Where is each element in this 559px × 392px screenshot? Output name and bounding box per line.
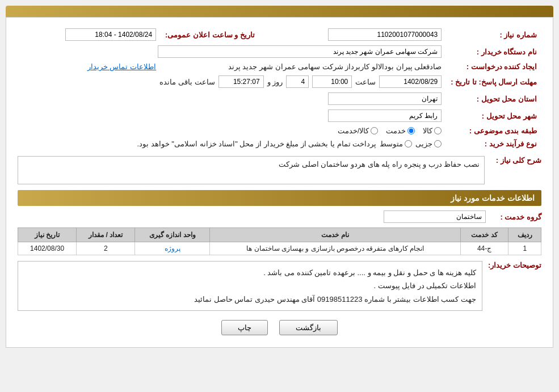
mohlat-row: ساعت روز و ساعت باقی مانده <box>18 73 446 90</box>
btn-back[interactable]: بازگشت <box>279 320 338 335</box>
noeFarayand-row: جزیی متوسط پرداخت تمام یا بخشی از مبلغ خ… <box>18 137 446 150</box>
mohlat-saat-input[interactable] <box>312 75 352 88</box>
contactLink-cell: اطلاعات تماس خریدار <box>18 60 161 73</box>
sharhKolli-row: شرح کلی نیاز : نصب حفاظ درب و پنجره راه … <box>18 156 541 184</box>
cell-tarikheNiaz: 1402/08/30 <box>18 242 77 255</box>
shomareNiaz-label: شماره نیاز : <box>446 26 541 43</box>
radio-kala-item: کالا <box>423 127 442 135</box>
noeFarayand-label: نوع فرآیند خرید : <box>446 137 541 150</box>
tarikheAelan-label: تاریخ و ساعت اعلان عمومی: <box>161 26 259 43</box>
shahr-input[interactable] <box>328 109 442 122</box>
ijadKonande-text: صادقعلی پیران بودالالو کاربرداز شرکت سها… <box>228 62 442 71</box>
namDastgah-input[interactable] <box>158 45 442 58</box>
tosaif-box: کلیه هزینه ها ی حمل و نقل و بیمه و .... … <box>18 261 482 311</box>
tarifeBandi-radios: کالا خدمت کالا/خدمت <box>18 124 446 137</box>
ostan-label: استان محل تحویل : <box>446 90 541 107</box>
tosaif-text: کلیه هزینه ها ی حمل و نقل و بیمه و .... … <box>194 268 476 304</box>
mohlat-time-input[interactable] <box>218 75 264 88</box>
page-header <box>6 6 553 17</box>
main-card: شماره نیاز : تاریخ و ساعت اعلان عمومی: ن… <box>6 17 553 348</box>
tarikheAelan-value <box>18 26 161 43</box>
ijadKonande-value: صادقعلی پیران بودالالو کاربرداز شرکت سها… <box>161 60 446 73</box>
tosaif-row: توصیحات خریدار: کلیه هزینه ها ی حمل و نق… <box>18 261 541 311</box>
btn-row: بازگشت چاپ <box>18 320 541 335</box>
shomareNiaz-value <box>271 26 446 43</box>
remaining-label: ساعت باقی مانده <box>159 78 215 86</box>
shomareNiaz-input[interactable] <box>328 28 442 41</box>
radio-motevaset-item: متوسط <box>380 140 412 148</box>
radio-kala-label: کالا <box>423 127 432 135</box>
sharhKolli-text: نصب حفاظ درب و پنجره راه پله های هردو سا… <box>279 160 480 168</box>
contact-link[interactable]: اطلاعات تماس خریدار <box>87 62 156 71</box>
col-namKhadamat: نام خدمت <box>210 228 460 242</box>
radio-jazii-label: جزیی <box>415 140 432 148</box>
tarikheAelan-input[interactable] <box>65 28 156 41</box>
radio-kala-khedmat-item: کالا/خدمت <box>338 127 379 135</box>
cell-radif: 1 <box>508 242 541 255</box>
radio-jazii-item: جزیی <box>415 140 442 148</box>
mohlat-date-input[interactable] <box>379 75 442 88</box>
grohKhadamat-row: گروه خدمت : <box>18 210 541 223</box>
cell-kodKhadamat: ج-44 <box>460 242 508 255</box>
radio-kala-khedmat[interactable] <box>371 127 378 134</box>
radio-kala-khedmat-label: کالا/خدمت <box>338 127 369 135</box>
radio-motevaset[interactable] <box>405 140 412 147</box>
radio-khedmat-item: خدمت <box>386 127 415 135</box>
cell-namKhadamat: انجام کارهای متفرقه درخصوص بازسازی و بهس… <box>210 242 460 255</box>
mohlat-label: مهلت ارسال پاسخ: تا تاریخ : <box>446 73 541 90</box>
col-kodKhadamat: کد خدمت <box>460 228 508 242</box>
radio-khedmat[interactable] <box>407 127 415 134</box>
radio-jazii[interactable] <box>434 140 442 147</box>
ostan-input[interactable] <box>328 92 442 105</box>
col-tarikheNiaz: تاریخ نیاز <box>18 228 77 242</box>
ostan-value <box>18 90 446 107</box>
sharhKolli-box: نصب حفاظ درب و پنجره راه پله های هردو سا… <box>18 156 485 184</box>
saat-label: ساعت <box>355 78 376 86</box>
namDastgah-value <box>18 43 446 60</box>
col-radif: ردیف <box>508 228 541 242</box>
grohKhadamat-input[interactable] <box>384 210 486 223</box>
shahr-label: شهر محل تحویل : <box>446 107 541 124</box>
radio-kala[interactable] <box>434 127 442 134</box>
col-tedad: تعداد / مقدار <box>77 228 135 242</box>
grohKhadamat-label: گروه خدمت : <box>490 213 541 221</box>
page-wrapper: شماره نیاز : تاریخ و ساعت اعلان عمومی: ن… <box>0 0 559 392</box>
cell-vahedAndazegiri: پروژه <box>135 242 210 255</box>
ijadKonande-label: ایجاد کننده درخواست : <box>446 60 541 73</box>
radio-motevaset-label: متوسط <box>380 140 403 148</box>
namDastgah-label: نام دستگاه خریدار : <box>446 43 541 60</box>
table-row: 1ج-44انجام کارهای متفرقه درخصوص بازسازی … <box>18 242 541 255</box>
col-vahedAndazegiri: واحد اندازه گیری <box>135 228 210 242</box>
roz-label: روز و <box>267 78 283 86</box>
cell-tedad: 2 <box>77 242 135 255</box>
khadamat-section-title: اطلاعات خدمات مورد نیاز <box>18 190 541 206</box>
farayand-description: پرداخت تمام یا بخشی از مبلغ خریدار از مح… <box>137 140 376 148</box>
sharhKolli-label: شرح کلی نیاز : <box>490 156 541 165</box>
tosaif-label: توصیحات خریدار: <box>488 261 541 269</box>
tarifeBandi-label: طبقه بندی موضوعی : <box>446 124 541 137</box>
radio-khedmat-label: خدمت <box>386 127 406 135</box>
mohlat-roz-input[interactable] <box>286 75 309 88</box>
btn-print[interactable]: چاپ <box>221 320 268 335</box>
top-info-table: شماره نیاز : تاریخ و ساعت اعلان عمومی: ن… <box>18 26 541 150</box>
shahr-value <box>18 107 446 124</box>
khadamat-table: ردیف کد خدمت نام خدمت واحد اندازه گیری ت… <box>18 227 541 255</box>
